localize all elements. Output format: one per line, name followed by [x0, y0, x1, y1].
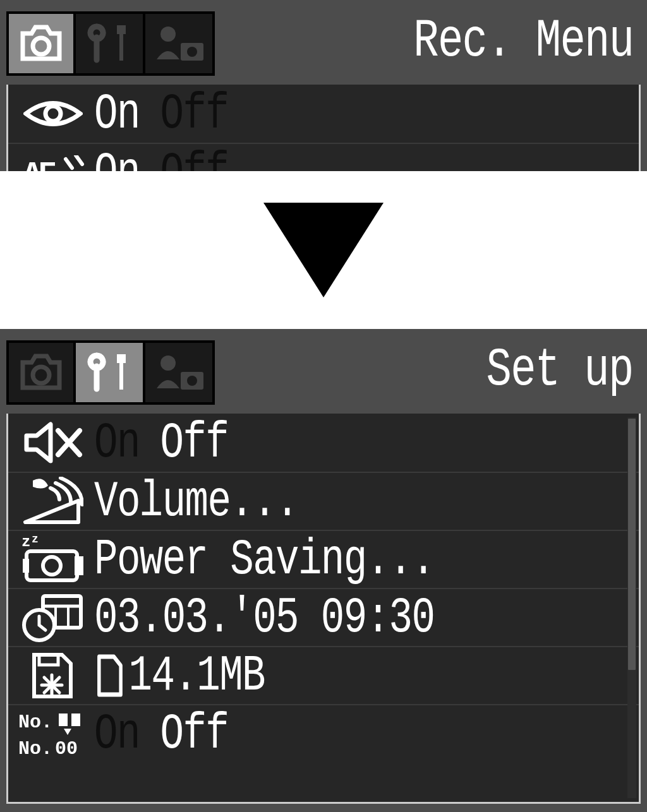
menu-title: Set up [487, 339, 633, 401]
setup-menu-body: On Off Volume... z z [6, 414, 641, 804]
row-value: 14.1MB [94, 647, 516, 705]
svg-rect-28 [71, 713, 80, 726]
row-value: 03.03.'05 09:30 [94, 589, 516, 647]
row-value: On Off [94, 414, 516, 472]
row-value: On Off [94, 144, 516, 172]
row-value: On Off [94, 85, 516, 143]
tab-rec[interactable] [6, 340, 76, 405]
tab-setup[interactable] [76, 11, 145, 76]
menu-row-power-saving[interactable]: z z Power Saving... [8, 530, 639, 588]
tools-icon [85, 350, 133, 395]
value-label: 03.03.'05 09:30 [94, 589, 434, 647]
af-assist-icon: AF [12, 155, 94, 171]
clock-calendar-icon [12, 592, 94, 643]
svg-rect-21 [39, 655, 58, 665]
power-saving-icon: z z [12, 534, 94, 585]
header: Rec. Menu [6, 11, 641, 81]
tab-rec[interactable] [6, 11, 76, 76]
svg-point-1 [160, 27, 176, 42]
svg-rect-14 [23, 559, 29, 573]
tools-icon [85, 21, 133, 66]
row-value: On Off [94, 705, 516, 763]
setup-menu-panel: Set up On Off [0, 329, 647, 812]
menu-row-file-number[interactable]: No. No. 00 On Off [8, 704, 639, 762]
tab-bar [6, 340, 215, 405]
svg-text:z: z [32, 534, 39, 546]
scrollbar[interactable] [627, 417, 636, 798]
option-off[interactable]: Off [160, 705, 229, 763]
svg-point-13 [43, 557, 61, 575]
row-value: Power Saving... [94, 531, 516, 588]
rec-menu-body: On Off AF On Off [6, 85, 641, 171]
rec-menu-panel: Rec. Menu On Off AF [0, 0, 647, 171]
option-off[interactable]: Off [160, 144, 229, 172]
value-label: Power Saving... [94, 531, 434, 588]
svg-rect-27 [59, 713, 68, 726]
svg-point-9 [187, 376, 197, 386]
person-camera-icon [152, 350, 206, 395]
option-off[interactable]: Off [160, 85, 229, 143]
tab-bar [6, 11, 215, 76]
format-icon [12, 650, 94, 702]
svg-rect-15 [75, 556, 83, 575]
card-icon [94, 652, 124, 699]
value-label: Volume... [94, 473, 298, 530]
menu-title: Rec. Menu [413, 10, 633, 72]
scrollbar-thumb[interactable] [628, 419, 636, 670]
svg-text:No.: No. [18, 738, 52, 759]
camera-icon [16, 354, 66, 391]
transition-indicator [0, 171, 647, 329]
option-on[interactable]: On [94, 414, 140, 472]
volume-icon [12, 477, 94, 526]
svg-text:AF: AF [23, 157, 55, 171]
svg-point-6 [33, 367, 49, 383]
down-arrow-icon [263, 203, 384, 297]
mute-icon [12, 422, 94, 463]
svg-point-7 [160, 355, 176, 371]
svg-text:z: z [21, 534, 30, 551]
menu-row-datetime[interactable]: 03.03.'05 09:30 [8, 588, 639, 646]
value-label: 14.1MB [129, 647, 265, 705]
tab-mycamera[interactable] [145, 340, 215, 405]
svg-point-0 [33, 38, 49, 54]
svg-point-4 [45, 106, 61, 121]
row-value: Volume... [94, 473, 516, 530]
menu-row-mute[interactable]: On Off [8, 414, 639, 472]
tab-mycamera[interactable] [145, 11, 215, 76]
eye-icon [12, 95, 94, 132]
file-number-icon: No. No. 00 [12, 708, 94, 759]
svg-text:No.: No. [18, 712, 52, 733]
menu-row-redeye[interactable]: On Off [8, 85, 639, 143]
option-on[interactable]: On [94, 705, 140, 763]
menu-row-af-assist[interactable]: AF On Off [8, 143, 639, 171]
svg-text:00: 00 [55, 738, 78, 759]
svg-point-3 [187, 47, 197, 57]
camera-icon [16, 25, 66, 63]
option-off[interactable]: Off [160, 414, 229, 472]
person-camera-icon [152, 21, 206, 66]
tab-setup[interactable] [76, 340, 145, 405]
header: Set up [6, 340, 641, 410]
option-on[interactable]: On [94, 85, 140, 143]
menu-row-format[interactable]: 14.1MB [8, 646, 639, 704]
option-on[interactable]: On [94, 144, 140, 172]
menu-row-volume[interactable]: Volume... [8, 472, 639, 530]
